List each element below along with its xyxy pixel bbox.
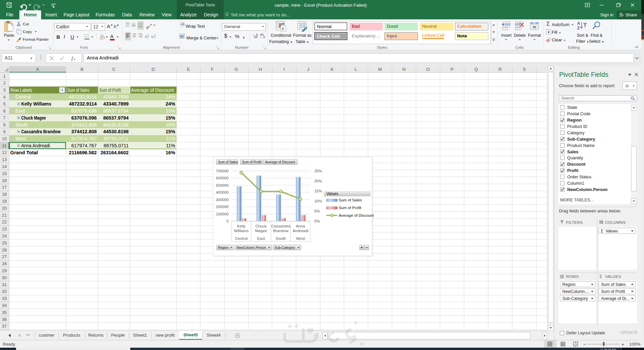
svg-text:J: J (307, 67, 309, 72)
svg-text:88755.0711: 88755.0711 (104, 143, 129, 148)
svg-text:M: M (378, 67, 382, 72)
svg-text:S: S (523, 67, 526, 72)
svg-text:17: 17 (2, 185, 7, 190)
svg-text:24: 24 (2, 233, 7, 238)
svg-text:Central: Central (15, 95, 31, 100)
svg-text:Kelly: Kelly (237, 224, 246, 228)
svg-text:30: 30 (2, 275, 7, 280)
svg-text:20%: 20% (314, 179, 322, 183)
svg-text:Cassandra: Cassandra (271, 224, 290, 228)
svg-text:Q: Q (474, 67, 478, 72)
svg-text:Williams: Williams (234, 228, 249, 233)
svg-text:A: A (36, 67, 39, 72)
svg-text:400000: 400000 (216, 190, 228, 194)
svg-text:27: 27 (2, 254, 7, 259)
svg-text:16: 16 (2, 178, 7, 183)
svg-text:44530.8198: 44530.8198 (103, 122, 129, 128)
svg-text:Brandow: Brandow (273, 228, 289, 233)
svg-text:9: 9 (3, 129, 5, 134)
svg-text:374412.808: 374412.808 (71, 122, 97, 128)
svg-text:B: B (80, 67, 84, 72)
svg-text:≠: ≠ (282, 26, 284, 31)
svg-text:637076.096: 637076.096 (71, 108, 97, 114)
svg-text:263164.6602: 263164.6602 (101, 150, 129, 155)
svg-text:637076.096: 637076.096 (71, 115, 97, 121)
svg-text:Kelly Williams: Kelly Williams (21, 101, 51, 107)
svg-text:700000: 700000 (216, 169, 228, 173)
svg-text:7: 7 (3, 115, 5, 120)
svg-text:15%: 15% (166, 108, 175, 114)
svg-text:x: x (73, 57, 75, 61)
svg-text:2116696.582: 2116696.582 (69, 150, 97, 155)
svg-text:34: 34 (2, 303, 7, 308)
svg-text:15%: 15% (166, 129, 175, 135)
svg-text:C: C (112, 67, 116, 72)
svg-text:Anna Andreadi: Anna Andreadi (21, 143, 50, 148)
svg-text:10: 10 (2, 136, 7, 141)
svg-text:West: West (15, 136, 26, 141)
svg-text:500000: 500000 (216, 183, 228, 187)
svg-text:43340.7899: 43340.7899 (103, 95, 129, 100)
svg-text:3: 3 (3, 88, 5, 93)
svg-text:15: 15 (2, 171, 7, 176)
svg-text:Region: Region (218, 246, 229, 249)
svg-text:487232.9114: 487232.9114 (69, 101, 97, 107)
svg-text:1: 1 (3, 74, 5, 79)
svg-text:2: 2 (3, 80, 5, 85)
svg-text:West: West (296, 236, 305, 240)
svg-text:ab: ab (145, 25, 150, 29)
svg-text:O: O (426, 67, 430, 72)
svg-text:E: E (187, 67, 190, 72)
svg-text:P: P (451, 67, 454, 72)
svg-text:24%: 24% (166, 101, 175, 107)
svg-text:Sum of Sales: Sum of Sales (67, 88, 89, 93)
svg-text:11%: 11% (166, 136, 175, 141)
svg-text:¶: ¶ (183, 23, 185, 26)
svg-text:100000: 100000 (216, 212, 228, 216)
svg-text:L: L (355, 67, 357, 72)
svg-text:86537.9794: 86537.9794 (103, 108, 129, 114)
svg-text:14: 14 (2, 164, 7, 169)
svg-text:44530.8198: 44530.8198 (103, 129, 129, 135)
svg-text:Sum of Profit: Sum of Profit (99, 88, 121, 93)
svg-text:29: 29 (2, 268, 7, 273)
svg-text:25: 25 (2, 240, 7, 245)
svg-text:4: 4 (3, 95, 5, 100)
svg-text:374412.808: 374412.808 (71, 129, 97, 135)
svg-text:31: 31 (2, 282, 7, 287)
svg-text:21: 21 (2, 213, 7, 218)
svg-text:15%: 15% (314, 189, 322, 193)
svg-text:28: 28 (2, 261, 7, 266)
svg-text:37: 37 (2, 324, 7, 329)
svg-text:0: 0 (226, 219, 228, 223)
svg-text:20: 20 (2, 206, 7, 211)
svg-text:Sum of Profit: Sum of Profit (242, 160, 261, 164)
svg-text:43340.7899: 43340.7899 (103, 101, 129, 107)
svg-text:A: A (577, 21, 580, 26)
svg-text:19: 19 (2, 199, 7, 204)
svg-text:15%: 15% (166, 122, 175, 128)
svg-text:300000: 300000 (216, 198, 228, 202)
svg-text:NewColumn.Person: NewColumn.Person (236, 246, 266, 249)
svg-text:Sum of Sales: Sum of Sales (218, 160, 237, 164)
svg-text:I: I (284, 67, 285, 72)
svg-text:200000: 200000 (216, 205, 228, 209)
svg-text:25%: 25% (314, 169, 322, 173)
svg-text:6: 6 (3, 109, 5, 114)
svg-text:88755.0711: 88755.0711 (104, 136, 129, 141)
svg-text:Sub-Category: Sub-Category (275, 246, 295, 249)
svg-text:East: East (257, 236, 265, 240)
svg-text:F: F (211, 67, 214, 72)
svg-text:86537.9794: 86537.9794 (103, 115, 129, 121)
svg-text:0%: 0% (314, 219, 320, 223)
svg-text:N: N (402, 67, 406, 72)
svg-text:Sum of Sales: Sum of Sales (339, 198, 362, 202)
svg-text:R: R (499, 67, 502, 72)
svg-text:Row Labels: Row Labels (10, 88, 32, 93)
svg-text:East: East (15, 108, 25, 114)
svg-text:23: 23 (2, 226, 7, 231)
svg-text:Average of Discount: Average of Discount (265, 160, 295, 164)
svg-text:24%: 24% (166, 95, 175, 100)
svg-text:H: H (259, 67, 262, 72)
svg-text:D: D (152, 67, 155, 72)
